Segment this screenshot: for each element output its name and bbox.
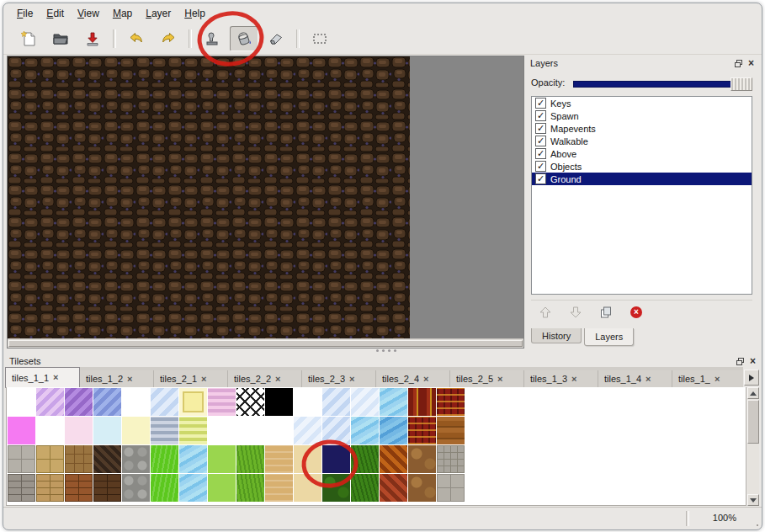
palette-tile-stonegray[interactable] (437, 474, 465, 502)
save-button[interactable] (78, 26, 107, 51)
palette-tile-grasstex[interactable] (236, 474, 264, 502)
eraser-tool-button[interactable] (262, 26, 290, 51)
map-view[interactable] (7, 56, 524, 348)
palette-tile-zigzagred[interactable] (380, 474, 407, 502)
palette-tile-waterlt[interactable] (380, 388, 407, 416)
opacity-slider[interactable] (573, 81, 752, 88)
palette-tile-cobble[interactable] (122, 474, 150, 502)
layer-row-mapevents[interactable]: ✓Mapevents (532, 122, 752, 135)
palette-tile-grassdark[interactable] (351, 445, 379, 473)
palette-tile-zigzag[interactable] (380, 445, 407, 473)
dock-tab-layers[interactable]: Layers (584, 328, 634, 346)
palette-tile-white[interactable] (8, 388, 35, 416)
palette-tile-limestripe[interactable] (179, 417, 207, 444)
menu-item-file[interactable]: File (10, 5, 40, 22)
palette-tile-rockbrown[interactable] (408, 445, 436, 473)
palette-tile-paleyellow[interactable] (122, 417, 150, 444)
layer-row-spawn[interactable]: ✓Spawn (532, 109, 752, 122)
tab-close-icon[interactable]: × (571, 375, 576, 383)
redo-button[interactable] (154, 26, 183, 51)
layer-row-above[interactable]: ✓Above (532, 147, 752, 160)
palette-tile-white[interactable] (265, 417, 293, 444)
close-panel-icon[interactable]: × (750, 357, 756, 365)
resize-grip[interactable] (757, 524, 758, 526)
palette-tile-grassbright[interactable] (151, 474, 178, 502)
splitter-grip[interactable] (376, 349, 379, 352)
move-layer-down-button[interactable] (566, 303, 585, 322)
tab-close-icon[interactable]: × (53, 374, 58, 381)
palette-tile-white[interactable] (208, 417, 236, 444)
new-file-button[interactable] (14, 26, 43, 51)
float-panel-icon[interactable] (736, 358, 744, 365)
tileset-tab-tiles_1_2[interactable]: tiles_1_2× (80, 370, 154, 387)
close-panel-icon[interactable]: × (748, 59, 754, 67)
palette-tile-rockbrown[interactable] (408, 474, 436, 502)
palette-tile-cracked[interactable] (65, 445, 93, 473)
palette-tile-skypale[interactable] (351, 388, 379, 416)
menu-item-view[interactable]: View (71, 5, 106, 22)
menu-item-help[interactable]: Help (178, 5, 212, 22)
scroll-down-button[interactable] (747, 494, 759, 506)
tileset-tab-tiles_1_3[interactable]: tiles_1_3× (524, 370, 598, 387)
tab-scroll-right-button[interactable] (744, 370, 759, 386)
map-canvas[interactable] (8, 56, 410, 339)
layer-visibility-checkbox[interactable]: ✓ (535, 98, 546, 109)
tab-close-icon[interactable]: × (645, 375, 651, 383)
layer-visibility-checkbox[interactable]: ✓ (535, 148, 546, 159)
palette-tile-waterdk[interactable] (380, 417, 407, 444)
tab-close-icon[interactable]: × (275, 375, 280, 383)
palette-tile-bluestripe[interactable] (93, 388, 121, 416)
tab-close-icon[interactable]: × (127, 375, 132, 383)
open-button[interactable] (46, 26, 75, 51)
palette-tile-brickdark[interactable] (93, 474, 121, 502)
layer-visibility-checkbox[interactable]: ✓ (535, 136, 546, 146)
palette-tile-white[interactable] (122, 388, 150, 416)
tab-close-icon[interactable]: × (349, 375, 354, 383)
delete-layer-button[interactable]: × (627, 303, 645, 322)
tileset-tab-tiles_1_4[interactable]: tiles_1_4× (598, 370, 672, 387)
palette-tile-magenta[interactable] (8, 417, 35, 444)
palette-tile-palepink[interactable] (65, 417, 93, 444)
layer-visibility-checkbox[interactable]: ✓ (535, 110, 546, 121)
tileset-tab-tiles_2_4[interactable]: tiles_2_4× (376, 370, 450, 387)
palette-tile-darkrock[interactable] (93, 445, 121, 473)
palette-tile-grasstex[interactable] (236, 445, 264, 473)
palette-tile-yellowbtn[interactable] (179, 388, 207, 416)
palette-tile-graystripe[interactable] (151, 417, 178, 444)
palette-tile-skypale[interactable] (294, 417, 321, 444)
palette-tile-wood[interactable] (437, 417, 465, 444)
tab-close-icon[interactable]: × (201, 375, 206, 383)
palette-tile-white[interactable] (294, 388, 321, 416)
palette-tile-navy[interactable] (322, 445, 350, 473)
palette-tile-sandpale[interactable] (294, 445, 321, 473)
palette-tile-white[interactable] (236, 417, 264, 444)
tileset-tab-tiles_2_3[interactable]: tiles_2_3× (302, 370, 376, 387)
palette-tile-pinkstripe[interactable] (208, 388, 236, 416)
palette-tile-violetdiag[interactable] (65, 388, 93, 416)
tileset-tab-tiles_1_1[interactable]: tiles_1_1× (5, 367, 80, 387)
menu-item-map[interactable]: Map (106, 5, 139, 22)
tab-close-icon[interactable]: × (423, 375, 428, 383)
palette-tile-waterlt[interactable] (179, 474, 207, 502)
palette-tile-carpet[interactable] (437, 388, 465, 416)
palette-tile-carpet[interactable] (408, 417, 436, 444)
scrollbar-thumb[interactable] (747, 400, 759, 444)
palette-tile-hatch[interactable] (236, 388, 264, 416)
layer-visibility-checkbox[interactable]: ✓ (535, 173, 546, 184)
menu-item-layer[interactable]: Layer (139, 5, 178, 22)
palette-tile-palecyan[interactable] (93, 417, 121, 444)
float-panel-icon[interactable] (735, 60, 742, 67)
tileset-tab-tiles_2_1[interactable]: tiles_2_1× (154, 370, 228, 387)
palette-tile-skydiag[interactable] (151, 388, 178, 416)
palette-tile-black[interactable] (265, 388, 293, 416)
stamp-tool-button[interactable] (198, 26, 226, 51)
palette-tile-waterlt[interactable] (179, 445, 207, 473)
palette-tile-bricktan[interactable] (36, 474, 64, 502)
palette-tile-grasslight[interactable] (208, 445, 236, 473)
palette-tile-cobble[interactable] (122, 445, 150, 473)
duplicate-layer-button[interactable] (597, 303, 615, 322)
layer-row-keys[interactable]: ✓Keys (532, 97, 752, 109)
palette-tile-grassdark[interactable] (351, 474, 379, 502)
palette-tile-stonepath[interactable] (437, 445, 465, 473)
undo-button[interactable] (122, 26, 151, 51)
